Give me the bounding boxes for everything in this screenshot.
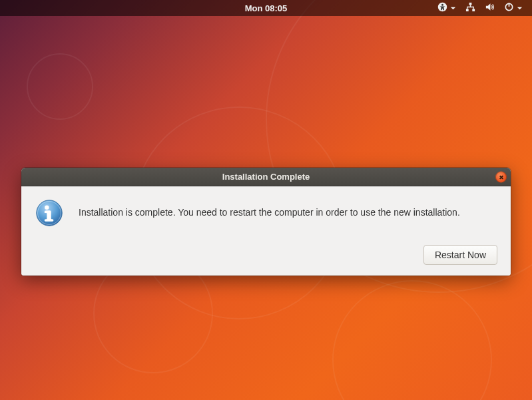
svg-rect-2 (469, 3, 472, 5)
chevron-down-icon (450, 3, 456, 13)
dialog-title: Installation Complete (222, 172, 310, 182)
close-button[interactable] (495, 171, 507, 182)
top-menubar: Mon 08:05 (0, 0, 532, 16)
power-icon (504, 2, 514, 14)
svg-point-1 (441, 4, 443, 6)
volume-icon (485, 2, 495, 14)
svg-rect-4 (472, 9, 475, 11)
clock[interactable]: Mon 08:05 (245, 3, 288, 13)
chevron-down-icon (517, 3, 523, 13)
info-icon (35, 198, 64, 228)
dialog-message: Installation is complete. You need to re… (79, 206, 460, 220)
background-decoration (27, 53, 93, 120)
network-indicator[interactable] (465, 2, 475, 14)
power-indicator[interactable] (504, 2, 523, 14)
network-icon (465, 2, 475, 14)
clock-text: Mon 08:05 (245, 3, 288, 13)
dialog-body: Installation is complete. You need to re… (21, 186, 511, 276)
accessibility-indicator[interactable] (437, 2, 456, 14)
background-decoration (332, 280, 492, 400)
volume-indicator[interactable] (485, 2, 495, 14)
svg-point-10 (45, 206, 49, 210)
close-icon (499, 171, 504, 183)
svg-rect-3 (466, 9, 469, 11)
installation-complete-dialog: Installation Complete (21, 168, 511, 276)
svg-rect-7 (507, 3, 511, 4)
dialog-titlebar[interactable]: Installation Complete (21, 168, 511, 186)
restart-now-button[interactable]: Restart Now (423, 245, 497, 265)
accessibility-icon (437, 2, 447, 14)
